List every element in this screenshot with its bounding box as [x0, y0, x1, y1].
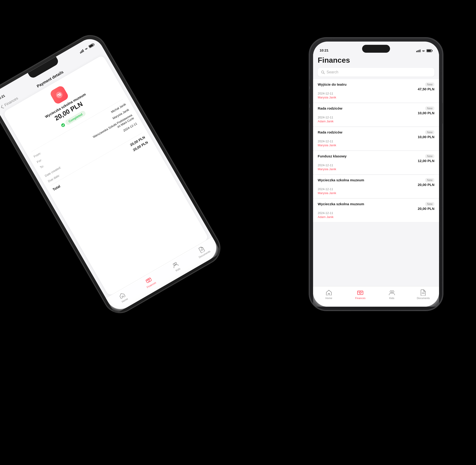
finance-list-item[interactable]: Rada rodziców New 10,00 PLN 2024-12-11 M…	[313, 127, 439, 150]
detail-row-total: Total 20,00 PLN	[50, 133, 146, 191]
finance-item-right: New 12,00 PLN	[415, 154, 434, 163]
for-label: For:	[36, 158, 43, 164]
wifi-right-icon	[422, 49, 425, 52]
power-right[interactable]	[442, 103, 443, 124]
svg-rect-20	[417, 50, 418, 52]
chevron-left-icon	[0, 105, 4, 109]
home-tab-icon	[326, 289, 332, 296]
finance-item-name: Fundusz klasowy	[318, 154, 346, 158]
svg-point-31	[390, 291, 392, 293]
finance-item-person: Marysia Janik	[318, 191, 434, 195]
svg-line-18	[201, 250, 203, 251]
svg-rect-28	[357, 291, 363, 295]
tab-documents-right-label: Documents	[417, 297, 430, 299]
dynamic-island	[362, 45, 390, 53]
finance-item-amount: 10,00 PLN	[418, 135, 434, 139]
status-icons-right	[416, 49, 432, 52]
finance-item-amount: 10,00 PLN	[418, 111, 434, 115]
finance-item-badge: New	[425, 154, 434, 158]
due-date-value	[139, 127, 141, 130]
payment-app-icon	[54, 89, 65, 101]
finance-list-item[interactable]: Fundusz klasowy New 12,00 PLN 2024-12-11…	[313, 151, 439, 174]
tab-home-right[interactable]: Home	[313, 289, 345, 299]
finance-item-badge: New	[425, 106, 434, 110]
payment-icon-circle	[49, 85, 69, 105]
right-phone: 10:21	[309, 37, 443, 311]
tab-home-right-label: Home	[325, 297, 332, 299]
finance-item-name: Rada rodziców	[318, 130, 342, 134]
left-phone: 10:21	[0, 29, 226, 319]
finance-item-right: New 10,00 PLN	[415, 106, 434, 115]
from-label: From:	[33, 151, 42, 158]
finance-list: Wyjście do teatru New 47,50 PLN 2024-12-…	[313, 79, 439, 286]
total-label2	[55, 193, 57, 197]
search-bar-icon	[321, 70, 325, 74]
right-phone-shadow	[329, 311, 423, 318]
finance-list-item[interactable]: Rada rodziców New 10,00 PLN 2024-12-11 A…	[313, 103, 439, 126]
finance-item-right: New 20,00 PLN	[415, 178, 434, 187]
tab-documents-right[interactable]: Documents	[408, 289, 439, 299]
finance-item-date: 2024-12-11	[318, 163, 434, 167]
svg-rect-0	[80, 52, 81, 54]
signal-icon	[79, 49, 84, 53]
finance-item-badge: New	[425, 82, 434, 87]
finance-item-date: 2024-12-11	[318, 92, 434, 95]
finance-item-date: 2024-12-11	[318, 139, 434, 143]
finance-item-name: Wycieczka szkolna muzeum	[318, 202, 364, 206]
search-bar[interactable]: Search	[318, 68, 434, 77]
finance-item-person: Adam Janik	[318, 120, 434, 123]
finance-item-name: Rada rodziców	[318, 106, 342, 110]
volume-up-right[interactable]	[309, 89, 310, 104]
tab-finances-right[interactable]: Finances	[345, 289, 376, 299]
signal-right-icon	[416, 49, 421, 52]
finance-item-name: Wycieczka szkolna muzeum	[318, 178, 364, 182]
search-placeholder-text: Search	[327, 70, 338, 74]
finance-item-badge: New	[425, 130, 434, 134]
finance-list-item[interactable]: Wycieczka szkolna muzeum New 20,00 PLN 2…	[313, 175, 439, 198]
mute-button[interactable]	[309, 80, 310, 87]
kids-tab-icon	[389, 289, 395, 296]
finance-item-amount: 12,00 PLN	[418, 159, 434, 163]
right-phone-shell: 10:21	[309, 37, 443, 311]
check-icon	[60, 123, 66, 128]
svg-point-32	[392, 291, 394, 293]
finance-item-amount: 47,50 PLN	[418, 87, 434, 91]
svg-line-27	[323, 73, 324, 74]
battery-right-icon	[427, 49, 432, 52]
finance-item-person: Marysia Janik	[318, 96, 434, 99]
finance-item-right: New 10,00 PLN	[415, 130, 434, 139]
volume-down-right[interactable]	[309, 107, 310, 123]
svg-rect-25	[427, 50, 431, 52]
documents-tab-icon	[420, 289, 427, 296]
finance-item-name: Wyjście do teatru	[318, 82, 346, 86]
finances-page-title: Finances	[318, 56, 434, 64]
tab-bar-right: Home Finances	[313, 286, 439, 307]
svg-point-11	[60, 123, 66, 128]
tab-finances-right-label: Finances	[355, 297, 365, 299]
finance-item-date: 2024-12-11	[318, 211, 434, 215]
wifi-icon	[84, 46, 89, 51]
finance-item-date: 2024-12-11	[318, 116, 434, 119]
finance-item-person: Marysia Janik	[318, 167, 434, 171]
tab-kids-right[interactable]: Kids	[376, 289, 408, 299]
svg-line-17	[201, 249, 203, 250]
svg-rect-24	[432, 50, 433, 51]
svg-rect-22	[420, 49, 421, 52]
finance-item-person: Marysia Janik	[318, 143, 434, 147]
right-phone-screen: 10:21	[313, 42, 439, 307]
finance-item-right: New 47,50 PLN	[415, 82, 434, 91]
finance-list-item[interactable]: Wyjście do teatru New 47,50 PLN 2024-12-…	[313, 79, 439, 102]
svg-rect-19	[416, 51, 417, 52]
to-label: To:	[39, 164, 46, 172]
svg-rect-1	[81, 51, 82, 53]
status-time-right: 10:21	[320, 48, 328, 52]
finances-tab-icon	[357, 289, 364, 296]
svg-rect-12	[146, 278, 152, 283]
right-phone-content: Finances Search Wyjście do teatru	[313, 54, 439, 307]
tab-kids-right-label: Kids	[389, 297, 394, 299]
finance-list-item[interactable]: Wycieczka szkolna muzeum New 20,00 PLN 2…	[313, 199, 439, 222]
finance-item-right: New 20,00 PLN	[415, 202, 434, 211]
battery-icon	[88, 43, 95, 48]
finances-header: Finances Search	[313, 54, 439, 80]
finance-item-badge: New	[425, 178, 434, 182]
